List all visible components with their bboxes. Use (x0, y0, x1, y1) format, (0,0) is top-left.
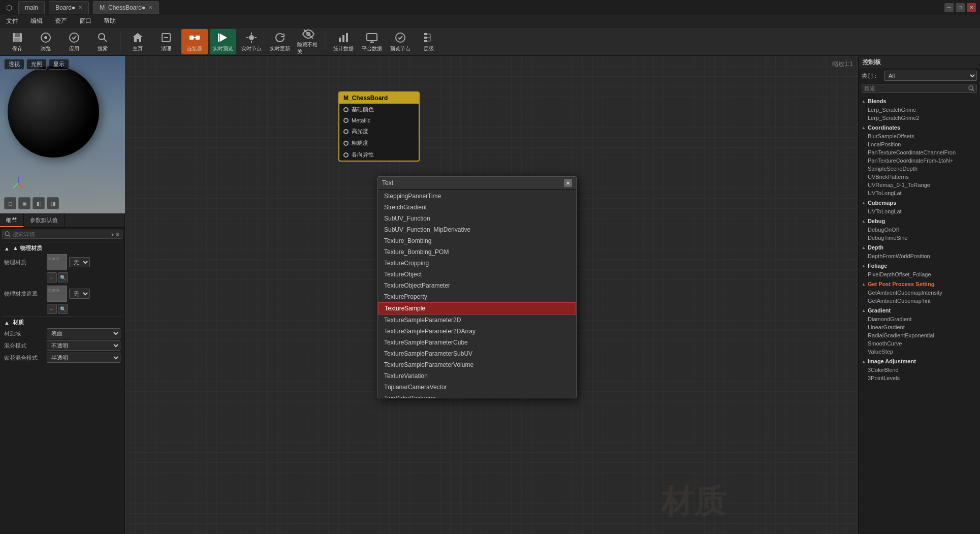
save-button[interactable]: 保存 (4, 29, 30, 54)
menu-help[interactable]: 帮助 (102, 16, 118, 26)
apply-button[interactable]: 应用 (61, 29, 87, 54)
dialog-list-item[interactable]: TextureSampleParameter2D (378, 315, 576, 326)
close-button[interactable]: ✕ (967, 3, 976, 12)
rp-section-header[interactable]: ▲Depth (859, 243, 980, 252)
dialog-list-item[interactable]: TextureObjectParameter (378, 280, 576, 291)
material-mask-dropdown[interactable]: 无 (69, 289, 90, 299)
rp-item[interactable]: GetAmbientCubemapIntensity (859, 289, 980, 297)
main-tab[interactable]: main (18, 1, 45, 14)
details-search-input[interactable] (13, 231, 109, 237)
blend-mode-select[interactable]: 不透明 (47, 340, 120, 351)
rp-item[interactable]: Lerp_ScratchGrime2 (859, 114, 980, 122)
vp-btn-4[interactable]: ◨ (47, 197, 59, 209)
rp-item[interactable]: PixelDepthOffset_Foliage (859, 270, 980, 278)
vp-btn-2[interactable]: ◉ (18, 197, 30, 209)
rp-item[interactable]: UVToLongLat (859, 189, 980, 197)
material-find-btn[interactable]: 🔍 (58, 272, 68, 282)
home-button[interactable]: 主页 (124, 29, 151, 54)
menu-assets[interactable]: 资产 (53, 16, 69, 26)
stats-button[interactable]: 统计数据 (330, 29, 357, 54)
rp-item[interactable]: PanTextureCoordinateFrom-1toN+ (859, 156, 980, 165)
menu-window[interactable]: 窗口 (77, 16, 93, 26)
dialog-list-item[interactable]: TextureProperty (378, 291, 576, 302)
material-mask-arrow-btn[interactable]: ← (47, 304, 57, 314)
rp-item[interactable]: RadialGradientExponential (859, 331, 980, 339)
category-dropdown[interactable]: All (884, 71, 977, 81)
perspective-button[interactable]: 透视 (4, 59, 24, 70)
dialog-list-item[interactable]: SubUV_Function (378, 213, 576, 224)
board-tab-close[interactable]: ✕ (78, 5, 82, 10)
clean-button[interactable]: 清理 (153, 29, 179, 54)
maximize-button[interactable]: □ (956, 3, 965, 12)
right-panel-search-input[interactable] (864, 85, 966, 91)
rp-item[interactable]: DebugTimeSine (859, 234, 980, 242)
dialog-list-item[interactable]: Texture_Bombing_POM (378, 246, 576, 258)
preview-node-button[interactable]: 预览节点 (387, 29, 414, 54)
rp-section-header[interactable]: ▲Foliage (859, 261, 980, 270)
rp-item[interactable]: GetAmbientCubemapTint (859, 297, 980, 305)
rp-item[interactable]: SmoothCurve (859, 339, 980, 348)
rp-section-header[interactable]: ▲Coordinates (859, 123, 980, 132)
show-button[interactable]: 显示 (49, 59, 69, 70)
vp-btn-3[interactable]: ◧ (33, 197, 45, 209)
mchessboard-node[interactable]: M_ChessBoard 基础颜色 Metallic 高光度 粗糙度 各向异性 (338, 91, 420, 162)
tiling-mode-select[interactable]: 半透明 (47, 353, 120, 363)
rp-item[interactable]: 3PointLevels (859, 374, 980, 382)
dialog-list-item[interactable]: TextureVariation (378, 370, 576, 382)
dialog-list-item[interactable]: TextureSampleParameterSubUV (378, 348, 576, 359)
mchessboard-tab-close[interactable]: ✕ (148, 5, 152, 10)
details-tab[interactable]: 细节 (0, 213, 24, 227)
dialog-list-item[interactable]: TextureSampleParameterVolume (378, 359, 576, 370)
rp-item[interactable]: UVRemap_0-1_ToRange (859, 181, 980, 189)
rp-item[interactable]: DiamondGradient (859, 315, 980, 323)
rp-item[interactable]: UVBrickPatterns (859, 173, 980, 181)
material-dropdown[interactable]: 无 (69, 257, 90, 267)
dialog-list-item[interactable]: TextureSample (378, 302, 576, 315)
realtime-update-button[interactable]: 实时更新 (267, 29, 293, 54)
rp-item[interactable]: BlurSampleOffsets (859, 132, 980, 140)
search-button[interactable]: 搜索 (89, 29, 116, 54)
dialog-list-item[interactable]: TextureSampleParameterCube (378, 337, 576, 348)
minimize-button[interactable]: ─ (944, 3, 954, 12)
dialog-list-item[interactable]: TextureCropping (378, 258, 576, 269)
rp-item[interactable]: 3ColorBlend (859, 366, 980, 374)
rp-item[interactable]: UVToLongLat (859, 207, 980, 215)
canvas-area[interactable]: 缩放1:1 M_ChessBoard 基础颜色 Metallic 高光度 粗糙度 (125, 56, 858, 534)
defaults-tab[interactable]: 参数默认值 (24, 213, 65, 227)
dialog-list-item[interactable]: Texture_Bombing (378, 235, 576, 246)
rp-item[interactable]: DepthFromWorldPosition (859, 252, 980, 260)
dialog-list-item[interactable]: StretchGradient (378, 202, 576, 213)
dialog-close-button[interactable]: ✕ (564, 179, 572, 187)
dialog-list-item[interactable]: SteppingPannerTime (378, 191, 576, 202)
rp-item[interactable]: LocalPosition (859, 140, 980, 148)
rp-item[interactable]: PanTextureCoordinateChannelFron (859, 148, 980, 156)
dialog-list-item[interactable]: SubUV_Function_MipDerivative (378, 224, 576, 235)
rp-section-header[interactable]: ▲Get Post Process Setting (859, 279, 980, 289)
dialog-list-item[interactable]: TextureSampleParameter2DArray (378, 326, 576, 337)
dialog-list-item[interactable]: TwoSidedTexturing (378, 393, 576, 398)
rp-item[interactable]: DebugOnOff (859, 226, 980, 234)
mchessboard-tab[interactable]: M_ChessBoard● ✕ (93, 1, 159, 14)
search-options[interactable]: ▾ ⚙ (111, 232, 120, 237)
material-domain-select[interactable]: 表面 (47, 328, 120, 338)
connector-button[interactable]: 连接器 (181, 29, 208, 54)
dialog-list-item[interactable]: TextureObject (378, 269, 576, 280)
material-mask-find-btn[interactable]: 🔍 (58, 304, 68, 314)
rp-item[interactable]: LinearGradient (859, 323, 980, 331)
menu-edit[interactable]: 编辑 (28, 16, 45, 26)
realtime-node-button[interactable]: 实时节点 (238, 29, 265, 54)
lighting-button[interactable]: 光照 (26, 59, 47, 70)
hierarchy-button[interactable]: 层级 (416, 29, 442, 54)
menu-file[interactable]: 文件 (4, 16, 20, 26)
hide-unrelated-button[interactable]: 隐藏不相关 (295, 29, 322, 54)
rp-item[interactable]: Lerp_ScratchGrime (859, 106, 980, 114)
browse-button[interactable]: 浏览 (33, 29, 59, 54)
rp-section-header[interactable]: ▲Cubemaps (859, 198, 980, 207)
platform-button[interactable]: 平台数据 (359, 29, 385, 54)
rp-section-header[interactable]: ▲Gradient (859, 306, 980, 315)
rp-section-header[interactable]: ▲Image Adjustment (859, 357, 980, 366)
dialog-list-item[interactable]: TriplanarCameraVector (378, 382, 576, 393)
rp-section-header[interactable]: ▲Debug (859, 216, 980, 226)
realtime-preview-button[interactable]: 实时预览 (210, 29, 236, 54)
vp-btn-1[interactable]: ◻ (4, 197, 16, 209)
